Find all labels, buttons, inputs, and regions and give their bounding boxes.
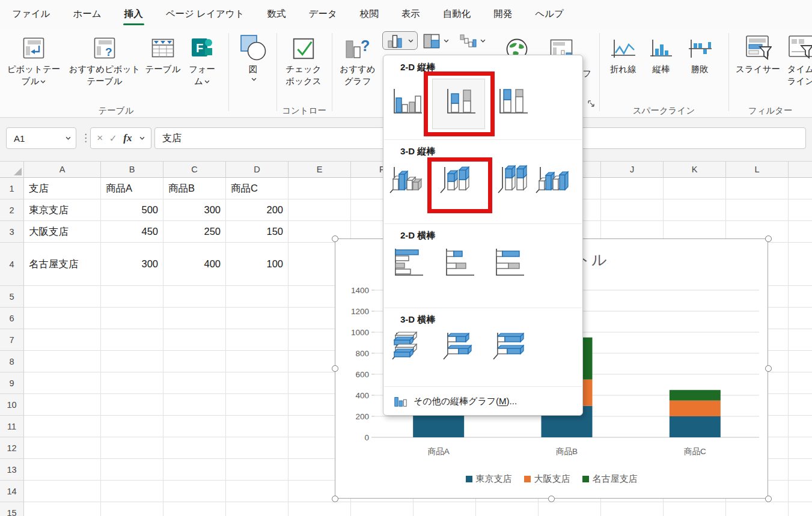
selection-handle[interactable]: [765, 235, 772, 242]
cell-G15[interactable]: [414, 502, 476, 516]
row-header-1[interactable]: 1: [0, 178, 24, 199]
legend-item-名古屋支店[interactable]: 名古屋支店: [582, 473, 638, 485]
chart-legend[interactable]: 東京支店大阪支店名古屋支店: [335, 473, 768, 485]
menu-icon-col3d-100[interactable]: [495, 162, 531, 196]
row-header-4[interactable]: 4: [0, 243, 24, 286]
insert-hierarchy-chart-button[interactable]: [421, 31, 451, 50]
tab-insert[interactable]: 挿入: [122, 4, 145, 24]
row-header-6[interactable]: 6: [0, 308, 24, 329]
tab-formulas[interactable]: 数式: [265, 4, 288, 24]
cell-C13[interactable]: [163, 459, 226, 481]
recommended-pivot-button[interactable]: ? おすすめピボットテーブル: [67, 31, 142, 87]
name-box[interactable]: A1: [6, 127, 76, 149]
menu-icon-col3d-basic[interactable]: [533, 162, 569, 196]
cancel-icon[interactable]: ×: [97, 132, 103, 144]
row-header-7[interactable]: 7: [0, 329, 24, 351]
tab-automate[interactable]: 自動化: [441, 4, 474, 24]
formula-bar-grip-icon[interactable]: ⋮: [81, 129, 91, 148]
cell-B5[interactable]: [101, 286, 163, 308]
cell-D13[interactable]: [226, 459, 288, 481]
cell-C11[interactable]: [163, 416, 226, 437]
checkbox-button[interactable]: チェックボックス: [284, 31, 323, 87]
timeline-button[interactable]: タイムライン: [784, 31, 812, 87]
cell-H15[interactable]: [476, 502, 539, 516]
tab-home[interactable]: ホーム: [70, 4, 103, 24]
menu-icon-col-100[interactable]: [494, 85, 530, 119]
cell-B12[interactable]: [101, 437, 163, 459]
column-header-E[interactable]: E: [288, 162, 351, 178]
column-header-B[interactable]: B: [101, 162, 163, 178]
slicer-button[interactable]: スライサー: [734, 31, 781, 76]
table-button[interactable]: テーブル: [144, 31, 182, 76]
legend-item-東京支店[interactable]: 東京支店: [466, 473, 512, 485]
row-header-3[interactable]: 3: [0, 221, 24, 243]
selection-handle[interactable]: [332, 365, 338, 372]
cell-C1[interactable]: 商品B: [163, 178, 226, 199]
cell-C6[interactable]: [163, 308, 226, 329]
cell-A5[interactable]: [24, 286, 101, 308]
tab-developer[interactable]: 開発: [491, 4, 514, 24]
row-header-12[interactable]: 12: [0, 437, 24, 459]
tab-view[interactable]: 表示: [399, 4, 423, 24]
cell-K15[interactable]: [664, 502, 726, 516]
legend-item-大阪支店[interactable]: 大阪支店: [524, 473, 570, 485]
cell-L2[interactable]: [726, 199, 789, 221]
cell-D11[interactable]: [226, 416, 288, 437]
menu-icon-col-clustered[interactable]: [388, 85, 424, 119]
cell-J15[interactable]: [601, 502, 664, 516]
menu-icon-col3d-clustered[interactable]: [387, 162, 423, 196]
cell-B7[interactable]: [101, 329, 163, 351]
cell-D6[interactable]: [226, 308, 288, 329]
recommended-charts-button[interactable]: ? おすすめグラフ: [338, 31, 377, 87]
menu-icon-bar3d-100[interactable]: [490, 330, 527, 364]
tab-help[interactable]: ヘルプ: [533, 4, 566, 24]
cell-A9[interactable]: [24, 372, 101, 394]
pivot-table-button[interactable]: ピボットテーブル: [5, 31, 63, 87]
cell-D14[interactable]: [226, 481, 288, 502]
tab-page-layout[interactable]: ページ レイアウト: [163, 4, 247, 24]
more-column-charts-item[interactable]: その他の縦棒グラフ(M)...: [383, 390, 582, 413]
column-header-D[interactable]: D: [226, 162, 288, 178]
cell-A6[interactable]: [24, 308, 101, 329]
menu-icon-bar-100[interactable]: [490, 246, 527, 280]
enter-icon[interactable]: ✓: [109, 133, 117, 144]
cell-D15[interactable]: [226, 502, 288, 516]
cell-A2[interactable]: 東京支店: [24, 199, 101, 221]
row-header-2[interactable]: 2: [0, 199, 24, 221]
cell-L15[interactable]: [726, 502, 789, 516]
cell-E15[interactable]: [288, 502, 351, 516]
selection-handle[interactable]: [765, 365, 772, 372]
cell-A14[interactable]: [24, 481, 101, 502]
cell-C14[interactable]: [163, 481, 226, 502]
cell-A4[interactable]: 名古屋支店: [24, 243, 101, 286]
sparkline-column-button[interactable]: 縦棒: [646, 31, 677, 76]
cell-A15[interactable]: [24, 502, 101, 516]
cell-D4[interactable]: 100: [226, 243, 288, 286]
cell-B13[interactable]: [101, 459, 163, 481]
cell-F15[interactable]: [351, 502, 414, 516]
cell-D12[interactable]: [226, 437, 288, 459]
cell-B6[interactable]: [101, 308, 163, 329]
cell-E1[interactable]: [288, 178, 351, 199]
selection-handle[interactable]: [765, 496, 772, 502]
cell-B2[interactable]: 500: [101, 199, 163, 221]
menu-icon-bar-stacked[interactable]: [441, 246, 477, 280]
bar-segment-名古屋支店-商品C[interactable]: [670, 390, 721, 401]
cell-L1[interactable]: [726, 178, 789, 199]
cell-C12[interactable]: [163, 437, 226, 459]
cell-D9[interactable]: [226, 372, 288, 394]
row-header-5[interactable]: 5: [0, 286, 24, 308]
menu-icon-col3d-stacked[interactable]: [438, 162, 474, 196]
cell-C3[interactable]: 250: [163, 221, 226, 243]
cell-B14[interactable]: [101, 481, 163, 502]
column-header-K[interactable]: K: [664, 162, 726, 178]
cell-D1[interactable]: 商品C: [226, 178, 288, 199]
cell-C2[interactable]: 300: [163, 199, 226, 221]
row-header-8[interactable]: 8: [0, 351, 24, 372]
menu-icon-col-stacked[interactable]: [442, 85, 478, 119]
illustrations-button[interactable]: 図: [233, 31, 273, 81]
cell-D5[interactable]: [226, 286, 288, 308]
cell-K2[interactable]: [664, 199, 726, 221]
sparkline-line-button[interactable]: 折れ線: [606, 31, 641, 76]
charts-dialog-launcher-icon[interactable]: [587, 99, 597, 110]
